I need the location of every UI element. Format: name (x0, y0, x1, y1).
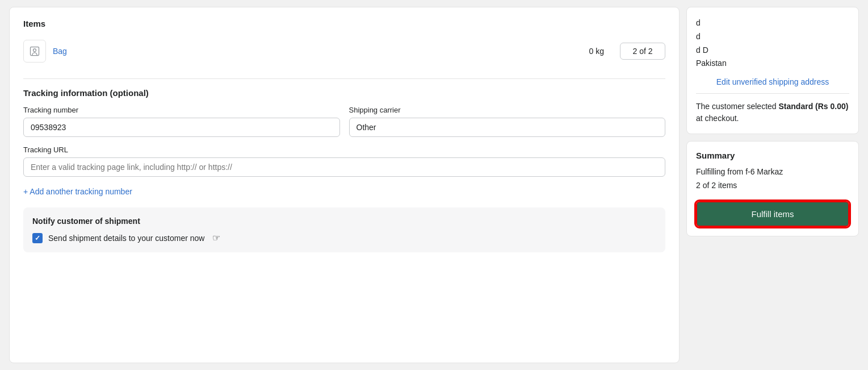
cursor-icon: ☞ (212, 232, 220, 243)
shipping-carrier-group: Shipping carrier (349, 106, 666, 137)
address-country: Pakistan (696, 57, 849, 70)
shipping-price: (Rs 0.00) (815, 102, 848, 111)
shipping-carrier-label: Shipping carrier (349, 106, 666, 114)
shipping-info: The customer selected Standard (Rs 0.00)… (696, 93, 849, 124)
tracking-fields-row: Tracking number Shipping carrier (23, 106, 665, 137)
notify-checkbox[interactable] (32, 233, 43, 243)
notify-title: Notify customer of shipment (32, 217, 656, 226)
right-sidebar: d d d D Pakistan Edit unverified shippin… (686, 0, 868, 370)
svg-point-1 (33, 49, 36, 52)
items-count: 2 of 2 items (696, 181, 849, 190)
svg-rect-0 (31, 47, 39, 56)
address-line3: d D (696, 44, 849, 57)
address-card: d d d D Pakistan Edit unverified shippin… (686, 7, 859, 134)
tracking-title: Tracking information (optional) (23, 88, 665, 98)
address-line1: d (696, 16, 849, 30)
fulfilling-from: Fulfilling from f-6 Markaz (696, 167, 849, 176)
item-row: Bag 0 kg 2 of 2 (23, 35, 665, 67)
fulfill-items-button[interactable]: Fulfill items (696, 201, 849, 227)
tracking-number-label: Tracking number (23, 106, 340, 114)
tracking-url-label: Tracking URL (23, 145, 68, 154)
tracking-number-input[interactable] (23, 118, 340, 137)
summary-card: Summary Fulfilling from f-6 Markaz 2 of … (686, 141, 859, 236)
quantity-suffix: of 2 (639, 47, 652, 56)
address-block: d d d D Pakistan (696, 16, 849, 70)
item-name[interactable]: Bag (53, 47, 582, 56)
item-weight: 0 kg (589, 47, 604, 56)
checkbox-row: Send shipment details to your customer n… (32, 232, 656, 243)
notify-section: Notify customer of shipment Send shipmen… (23, 207, 665, 252)
tracking-section: Tracking information (optional) Tracking… (23, 88, 665, 196)
address-line2: d (696, 30, 849, 44)
shipping-method: Standard (779, 102, 814, 111)
tracking-url-input[interactable] (23, 157, 665, 177)
item-icon (23, 40, 46, 63)
items-section: Items Bag 0 kg 2 of 2 (23, 19, 665, 67)
shipping-carrier-input[interactable] (349, 118, 666, 137)
shipping-selected-text: The customer selected (696, 102, 777, 111)
tracking-number-group: Tracking number (23, 106, 340, 137)
item-quantity: 2 of 2 (620, 43, 665, 60)
tracking-url-section: Tracking URL (23, 145, 665, 177)
items-title: Items (23, 19, 665, 28)
notify-checkbox-label: Send shipment details to your customer n… (48, 234, 204, 243)
add-tracking-button[interactable]: + Add another tracking number (23, 187, 132, 196)
shipping-suffix: at checkout. (696, 114, 739, 123)
section-divider (23, 78, 665, 79)
edit-address-button[interactable]: Edit unverified shipping address (696, 77, 849, 86)
summary-title: Summary (696, 151, 849, 160)
